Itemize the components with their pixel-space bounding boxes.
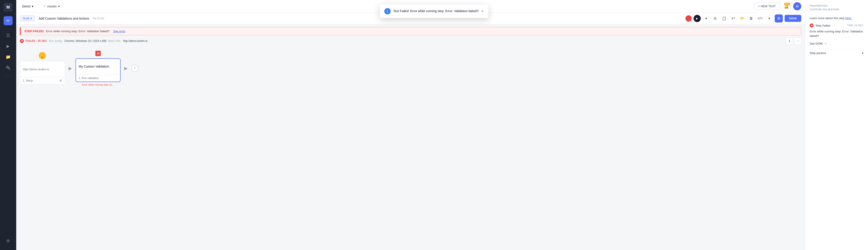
- logo[interactable]: M: [4, 3, 12, 12]
- run-info-more-btn[interactable]: ⋯: [795, 38, 801, 44]
- steps-container: 🏆 http://demo.testim.io 1. Setup ⚙ ▶: [20, 50, 801, 86]
- demo-chevron-icon: ▾: [32, 4, 33, 8]
- demo-selector[interactable]: Demo ▾: [20, 3, 36, 9]
- sidebar-divider-2: [4, 76, 12, 76]
- learn-here-link[interactable]: here.: [845, 17, 852, 20]
- tag-button[interactable]: 🏷: [730, 15, 737, 22]
- learn-more-text: Learn more about this step here.: [810, 17, 864, 20]
- step-1-footer: 1. Setup ⚙: [20, 77, 65, 84]
- copy-button[interactable]: ⧉: [712, 15, 719, 22]
- setup-icon: 🏆: [39, 52, 46, 59]
- step-1-settings-icon[interactable]: ⚙: [60, 79, 62, 82]
- toast-info-icon: i: [384, 8, 391, 14]
- step-2-label: 2. Run validation: [79, 76, 99, 80]
- js-badge: JS: [95, 50, 101, 57]
- error-banner-prefix: STEP FAILED:: [24, 30, 44, 33]
- right-panel-body: Learn more about this step here. ✕ Step …: [805, 13, 868, 250]
- sidebar-item-folder[interactable]: 📁: [4, 53, 12, 61]
- run-info-bar: ✕ FAILED - 35 SEC Run config: Chrome | W…: [16, 35, 805, 46]
- main-content: Demo ▾ ⑂ master ▾ + NEW TEST 🔔 60% H Dra…: [16, 0, 805, 250]
- new-test-button[interactable]: + NEW TEST: [754, 2, 780, 10]
- step-1-body: http://demo.testim.io: [20, 61, 65, 77]
- step-card-validation[interactable]: My Custom Validation 2. Run validation: [75, 58, 121, 82]
- run-config-value: Chrome | Windows 10 | 1024 x 680: [64, 39, 106, 42]
- sidebar-item-play[interactable]: ▶: [4, 42, 12, 51]
- code-button[interactable]: </>: [757, 15, 764, 22]
- settings-button[interactable]: ⚙: [775, 14, 783, 23]
- step-connector-2: ▶: [124, 66, 128, 71]
- step-2-wrapper: JS My Custom Validation 2. Run validatio…: [75, 50, 121, 86]
- branch-label: master: [47, 4, 57, 8]
- step-2-title: My Custom Validation: [79, 64, 109, 69]
- folder-button[interactable]: 📁: [739, 15, 746, 22]
- test-title: Add Custom Validations and Actions: [38, 17, 89, 20]
- see-dom-label: See DOM: [810, 42, 823, 45]
- step-1-wrapper: 🏆 http://demo.testim.io 1. Setup ⚙: [20, 52, 65, 84]
- canvas-area: 🏆 http://demo.testim.io 1. Setup ⚙ ▶: [16, 46, 805, 250]
- record-button[interactable]: [685, 15, 692, 22]
- run-options-button[interactable]: ▾: [703, 15, 710, 22]
- step-2-footer: 2. Run validation: [76, 74, 120, 82]
- see-dom-arrow-icon: →: [824, 42, 827, 45]
- toast-notification: i Test Failed: Error while running step:…: [380, 4, 489, 18]
- draft-dropdown[interactable]: Draft ▾: [20, 15, 35, 22]
- step-params-row[interactable]: Step params ▾: [810, 49, 864, 57]
- toast-icon-label: i: [387, 9, 388, 13]
- right-panel: PROPERTIES CUSTOM VALIDATION Learn more …: [805, 0, 868, 250]
- code-options-button[interactable]: ▾: [766, 15, 773, 22]
- sidebar: M ✏ ☰ ▶ 📁 🔌 ⚙: [0, 0, 16, 250]
- save-button[interactable]: SAVE: [785, 15, 801, 22]
- see-error-link[interactable]: See error: [113, 30, 125, 33]
- step-params-chevron-icon: ▾: [862, 51, 864, 55]
- notification-button[interactable]: 🔔 60%: [782, 2, 790, 10]
- branch-chevron-icon: ▾: [58, 4, 60, 8]
- sidebar-item-plugin[interactable]: 🔌: [4, 63, 12, 72]
- properties-title: PROPERTIES: [810, 4, 864, 7]
- run-config-label: Run config:: [49, 39, 63, 42]
- step-2-body: My Custom Validation: [76, 59, 120, 74]
- step-failed-time: TIME 29 SEC: [847, 24, 864, 27]
- sidebar-item-list[interactable]: ☰: [4, 31, 12, 40]
- error-banner: STEP FAILED: Error while running step: E…: [20, 27, 801, 35]
- new-test-label: + NEW TEST: [758, 4, 776, 8]
- add-step-button[interactable]: +: [131, 65, 138, 72]
- step-1-label: 1. Setup: [23, 79, 33, 82]
- step-status-row: ✕ Step Failed TIME 29 SEC: [810, 24, 864, 28]
- step-card-setup[interactable]: http://demo.testim.io 1. Setup ⚙: [20, 61, 65, 84]
- notification-badge: 60%: [784, 3, 790, 5]
- error-banner-message: Error while running step: Error: Validat…: [46, 30, 110, 33]
- run-button[interactable]: ▶: [693, 15, 701, 22]
- custom-validation-subtitle: CUSTOM VALIDATION: [810, 8, 864, 11]
- step-connector-1: ▶: [68, 66, 72, 71]
- step-params-label: Step params: [810, 51, 826, 55]
- failed-x-icon: ✕: [20, 39, 24, 43]
- delete-button[interactable]: 🗑: [748, 15, 755, 22]
- base-url-label: Base URL:: [108, 39, 121, 42]
- sidebar-bottom: ⚙: [4, 237, 12, 247]
- step-2-error-text: Error while running step: Er...: [82, 83, 114, 86]
- sidebar-item-gear[interactable]: ⚙: [4, 237, 12, 246]
- step-failed-icon: ✕: [810, 24, 814, 28]
- draft-label: Draft: [23, 17, 29, 20]
- step-1-url: http://demo.testim.io: [23, 68, 49, 71]
- sidebar-item-edit[interactable]: ✏: [4, 16, 12, 25]
- see-dom-link[interactable]: See DOM →: [810, 42, 864, 45]
- base-url-value: http://demo.testim.io: [123, 39, 147, 42]
- run-status: FAILED - 35 SEC: [26, 39, 47, 42]
- demo-label: Demo: [22, 4, 30, 8]
- toast-message: Test Failed: Error while running step: E…: [393, 9, 479, 13]
- run-info-detail-btn[interactable]: ℹ: [786, 38, 793, 44]
- toolbar-time: 08:15 AM: [93, 17, 104, 20]
- error-detail-text: Error while running step: Error: Valida­…: [810, 29, 864, 38]
- paste-button[interactable]: 📋: [721, 15, 728, 22]
- step-failed-label: Step Failed: [815, 24, 845, 27]
- draft-chevron-icon: ▾: [30, 17, 32, 20]
- toast-close-button[interactable]: ×: [482, 9, 484, 14]
- avatar[interactable]: H: [793, 2, 801, 10]
- branch-icon: ⑂: [43, 4, 46, 8]
- learn-text: Learn more about this step: [810, 17, 845, 20]
- branch-selector[interactable]: ⑂ master ▾: [41, 3, 62, 10]
- right-panel-header: PROPERTIES CUSTOM VALIDATION: [805, 0, 868, 13]
